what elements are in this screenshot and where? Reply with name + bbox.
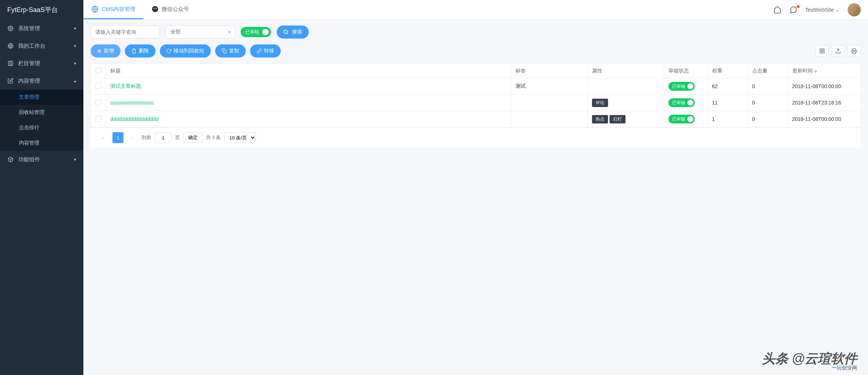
goto-confirm-button[interactable]: 确定 (184, 133, 202, 143)
row-attrs: 热点幻灯 (587, 111, 664, 127)
tab-cms[interactable]: CMS内容管理 (83, 0, 143, 19)
sidebar-item-components[interactable]: 功能组件 ▾ (0, 151, 83, 168)
delete-button[interactable]: 删除 (125, 44, 155, 58)
table-row: sssssssssssssssss 评论 已审核 11 0 2018-11-08… (91, 95, 860, 111)
svg-point-0 (10, 28, 11, 29)
status-switch[interactable]: 已审核 (668, 82, 695, 91)
site-name-label: TestWebSite (805, 7, 834, 13)
status-switch[interactable]: 已审核 (668, 115, 695, 123)
add-button[interactable]: ⊕ 新增 (91, 44, 121, 58)
row-clicks: 0 (747, 95, 788, 111)
sidebar-item-system[interactable]: 系统管理 ▾ (0, 20, 83, 37)
chevron-down-icon: ▾ (74, 61, 76, 66)
action-right (816, 45, 861, 57)
move-button[interactable]: 转移 (250, 44, 281, 58)
row-title-link[interactable]: ddddddddddddddddd (110, 116, 158, 122)
btn-label: 转移 (264, 48, 274, 54)
row-tag (511, 95, 587, 111)
row-title-link[interactable]: 测试文章标题 (110, 83, 141, 89)
home-icon[interactable] (773, 6, 781, 14)
next-page-button[interactable]: › (127, 132, 138, 143)
chevron-down-icon: ▾ (74, 157, 76, 162)
columns-icon (7, 60, 14, 67)
refresh-icon (166, 48, 171, 54)
row-updated: 2018-11-08T23:18:16 (788, 95, 860, 111)
chevron-down-icon: ▾ (74, 43, 76, 48)
main-area: CMS内容管理 微信公众号 TestWebSite ⌄ (83, 0, 868, 375)
select-all-checkbox[interactable] (95, 67, 101, 73)
row-clicks: 0 (747, 111, 788, 127)
notification-dot (797, 5, 800, 8)
svg-line-11 (287, 33, 288, 34)
grid-button[interactable] (816, 45, 829, 57)
trash-icon (131, 48, 137, 54)
svg-rect-16 (820, 51, 822, 53)
page-number-button[interactable]: 1 (113, 132, 123, 143)
brand-title: FytErp-SaaS平台 (0, 0, 83, 20)
print-button[interactable] (848, 45, 861, 57)
btn-label: 移动到回收站 (174, 48, 204, 54)
search-input[interactable] (91, 25, 160, 39)
switch-knob (262, 29, 269, 35)
col-clicks: 点击量 (747, 64, 788, 78)
edit-icon (7, 78, 14, 84)
switch-label: 已审核 (245, 29, 259, 35)
svg-rect-2 (8, 61, 13, 66)
table-row: 测试文章标题 测试 已审核 62 0 2018-11-08T00:00:00 (91, 78, 860, 95)
site-selector[interactable]: TestWebSite ⌄ (805, 7, 840, 13)
col-status: 审核状态 (664, 64, 707, 78)
sidebar-item-columns[interactable]: 栏目管理 ▾ (0, 55, 83, 72)
btn-label: 删除 (139, 48, 149, 54)
globe-icon (91, 5, 99, 13)
row-weight: 11 (707, 95, 747, 111)
audit-switch[interactable]: 已审核 (241, 27, 271, 37)
row-updated: 2018-11-08T00:00:00 (788, 111, 860, 127)
col-title: 标题 (106, 64, 511, 78)
sidebar-item-content[interactable]: 内容管理 ▴ (0, 72, 83, 90)
category-select[interactable]: 全部 (166, 25, 235, 39)
export-button[interactable] (832, 45, 845, 57)
message-icon[interactable] (789, 6, 797, 14)
svg-point-8 (154, 8, 155, 9)
sidebar-sub-article[interactable]: 文章管理 (0, 90, 83, 105)
search-button[interactable]: 搜索 (277, 25, 309, 39)
copy-button[interactable]: 复制 (215, 44, 246, 58)
sidebar-item-label: 栏目管理 (18, 60, 74, 67)
sidebar-sub-recycle[interactable]: 回收站管理 (0, 105, 83, 120)
btn-label: 复制 (229, 48, 239, 54)
attr-tag: 评论 (592, 99, 608, 107)
row-weight: 1 (707, 111, 747, 127)
col-updated[interactable]: 更新时间◆ (788, 64, 860, 78)
prev-page-button[interactable]: ‹ (98, 132, 109, 143)
sidebar-sub-clicks[interactable]: 点击排行 (0, 120, 83, 135)
row-tag: 测试 (511, 78, 587, 95)
svg-rect-13 (820, 49, 822, 51)
per-page-select[interactable]: 10 条/页 (224, 133, 256, 143)
page-input[interactable] (155, 133, 171, 143)
table-header-row: 标题 标签 属性 审核状态 权重 点击量 更新时间◆ (91, 64, 860, 78)
chevron-down-icon: ▾ (74, 26, 76, 31)
row-checkbox[interactable] (95, 99, 101, 105)
attr-tag: 热点 (592, 115, 608, 123)
col-attr: 属性 (587, 64, 664, 78)
btn-label: 新增 (104, 48, 114, 54)
search-icon (283, 29, 288, 35)
globe-icon (7, 43, 14, 49)
row-checkbox[interactable] (95, 116, 101, 122)
recycle-button[interactable]: 移动到回收站 (160, 44, 211, 58)
gear-icon (7, 25, 14, 32)
status-switch[interactable]: 已审核 (668, 98, 695, 107)
avatar[interactable] (848, 3, 861, 16)
sidebar-sub-content[interactable]: 内容管理 (0, 135, 83, 151)
topbar: CMS内容管理 微信公众号 TestWebSite ⌄ (83, 0, 868, 20)
topbar-right: TestWebSite ⌄ (773, 3, 861, 16)
row-title-link[interactable]: sssssssssssssssss (110, 100, 154, 106)
row-weight: 62 (707, 78, 747, 95)
sidebar-item-workspace[interactable]: 我的工作台 ▾ (0, 37, 83, 55)
row-checkbox[interactable] (95, 83, 101, 89)
svg-point-10 (284, 30, 287, 33)
tab-wechat[interactable]: 微信公众号 (143, 0, 197, 19)
row-attrs: 评论 (587, 95, 664, 111)
sidebar-item-label: 系统管理 (18, 25, 74, 32)
col-tag: 标签 (511, 64, 587, 78)
